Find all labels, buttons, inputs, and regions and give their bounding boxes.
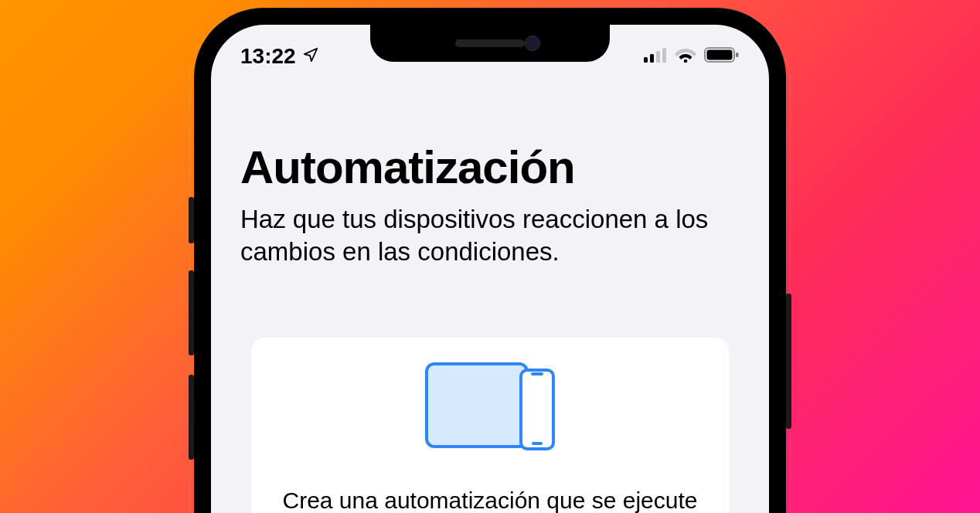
mute-switch xyxy=(189,197,194,243)
phone-notch xyxy=(370,25,610,62)
svg-rect-3 xyxy=(662,48,666,63)
svg-point-4 xyxy=(684,59,687,63)
svg-rect-8 xyxy=(427,364,527,447)
battery-icon xyxy=(704,46,740,66)
volume-down-button xyxy=(189,375,194,460)
page-subtitle: Haz que tus dispositivos reaccionen a lo… xyxy=(240,203,740,268)
card-description: Crea una automatización que se ejecute xyxy=(282,485,697,513)
phone-speaker xyxy=(455,39,525,47)
page-content: Automatización Haz que tus dispositivos … xyxy=(211,25,769,513)
svg-rect-0 xyxy=(644,57,648,63)
svg-rect-10 xyxy=(531,372,543,375)
svg-rect-1 xyxy=(650,54,654,63)
volume-up-button xyxy=(189,270,194,355)
wifi-icon xyxy=(675,47,696,66)
status-time: 13:22 xyxy=(240,44,296,69)
automation-card[interactable]: Crea una automatización que se ejecute xyxy=(251,338,729,513)
page-title: Automatización xyxy=(240,141,740,194)
location-arrow-icon xyxy=(302,44,319,69)
devices-icon xyxy=(425,362,555,454)
svg-rect-6 xyxy=(707,50,733,60)
svg-rect-9 xyxy=(521,370,553,449)
status-right xyxy=(644,46,740,66)
power-button xyxy=(786,294,791,429)
cellular-signal-icon xyxy=(644,47,667,66)
status-left: 13:22 xyxy=(240,44,319,69)
svg-rect-7 xyxy=(736,53,739,57)
phone-camera xyxy=(525,36,540,51)
phone-frame: 13:22 xyxy=(194,8,786,513)
phone-screen: 13:22 xyxy=(211,25,769,513)
svg-rect-2 xyxy=(656,51,660,63)
svg-rect-11 xyxy=(532,442,543,445)
